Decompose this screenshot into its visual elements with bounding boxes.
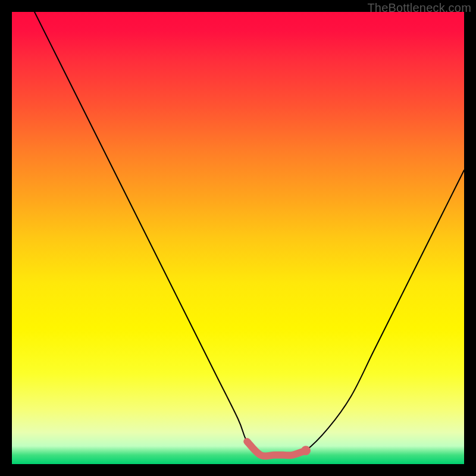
optimal-zone-marker [247,441,306,456]
curve-svg [12,12,464,464]
chart-container: TheBottleneck.com [0,0,476,476]
plot-area [12,12,464,464]
watermark-text: TheBottleneck.com [367,1,471,15]
optimal-zone-end-dot [301,446,311,455]
bottleneck-curve [35,12,464,456]
